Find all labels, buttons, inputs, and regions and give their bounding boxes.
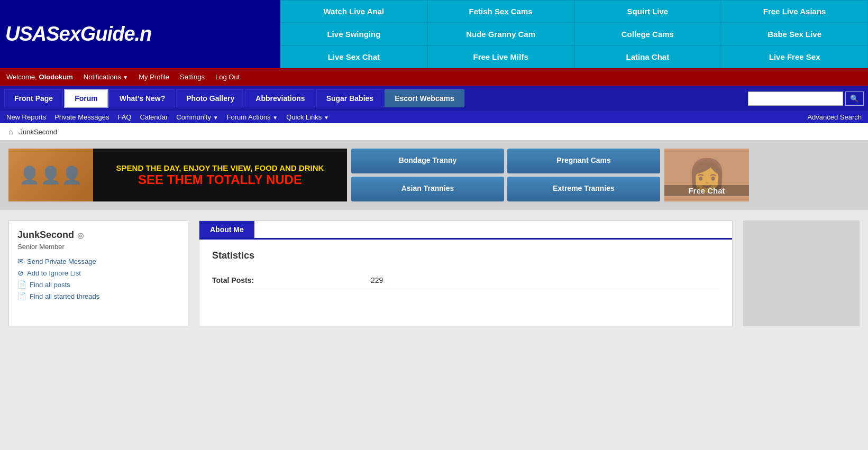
notifications-link[interactable]: Notifications ▼ — [79, 71, 132, 82]
top-links-grid: Watch Live Anal Fetish Sex Cams Squirt L… — [280, 0, 868, 68]
stats-section: Statistics Total Posts: 229 — [199, 240, 732, 300]
profile-username: JunkSecond — [17, 229, 74, 241]
quick-links-dropdown-arrow: ▼ — [324, 115, 329, 121]
top-link-squirt-live[interactable]: Squirt Live — [574, 0, 721, 23]
sub-nav-quick-links[interactable]: Quick Links ▼ — [286, 113, 329, 121]
nav-escort-webcams[interactable]: Escort Webcams — [385, 89, 464, 107]
tab-bar: About Me — [199, 221, 732, 240]
breadcrumb-page: JunkSecond — [19, 128, 57, 136]
profile-section: JunkSecond ◎ Senior Member ✉ Send Privat… — [0, 210, 868, 337]
profile-name: JunkSecond ◎ — [17, 229, 179, 241]
stats-label-total-posts: Total Posts: — [212, 276, 371, 284]
posts-icon: 📄 — [17, 280, 26, 289]
add-to-ignore-list-link[interactable]: ⊘ Add to Ignore List — [17, 269, 179, 277]
message-icon: ✉ — [17, 257, 24, 265]
banner-line2: SEE THEM TOTALLY NUDE — [138, 172, 302, 187]
top-link-live-free-sex[interactable]: Live Free Sex — [721, 45, 868, 68]
sub-nav-forum-actions[interactable]: Forum Actions ▼ — [227, 113, 278, 121]
tab-about-me[interactable]: About Me — [199, 221, 254, 238]
sub-nav-private-messages[interactable]: Private Messages — [54, 113, 109, 121]
log-out-link[interactable]: Log Out — [211, 71, 244, 82]
find-posts-label: Find all posts — [30, 281, 70, 289]
find-all-posts-link[interactable]: 📄 Find all posts — [17, 280, 179, 289]
top-link-free-live-asians[interactable]: Free Live Asians — [721, 0, 868, 23]
profile-main: About Me Statistics Total Posts: 229 — [199, 221, 733, 326]
find-all-threads-link[interactable]: 📄 Find all started threads — [17, 292, 179, 300]
right-ad-placeholder — [743, 221, 860, 326]
top-link-college-cams[interactable]: College Cams — [574, 23, 721, 45]
banner-lady-image[interactable]: 👩 Free Chat — [664, 149, 749, 201]
banner-link-extreme-trannies[interactable]: Extreme Trannies — [507, 177, 660, 201]
stats-value-total-posts: 229 — [371, 276, 383, 284]
free-chat-label: Free Chat — [664, 185, 749, 196]
send-private-message-link[interactable]: ✉ Send Private Message — [17, 257, 179, 265]
nav-search-area: 🔍 — [748, 91, 864, 106]
settings-link[interactable]: Settings — [176, 71, 209, 82]
nav-front-page[interactable]: Front Page — [4, 89, 63, 107]
banner-link-pregnant-cams[interactable]: Pregnant Cams — [507, 149, 660, 173]
top-link-babe-sex-live[interactable]: Babe Sex Live — [721, 23, 868, 45]
send-pm-label: Send Private Message — [27, 258, 96, 265]
profile-sidebar: JunkSecond ◎ Senior Member ✉ Send Privat… — [8, 221, 188, 326]
profile-rank: Senior Member — [17, 243, 179, 251]
search-input[interactable] — [748, 91, 843, 106]
community-dropdown-arrow: ▼ — [213, 115, 218, 121]
sub-nav: New Reports Private Messages FAQ Calenda… — [0, 111, 868, 123]
nav-photo-gallery[interactable]: Photo Gallery — [176, 89, 244, 107]
nav-whats-new[interactable]: What's New? — [109, 89, 176, 107]
threads-icon: 📄 — [17, 292, 26, 300]
top-link-watch-live-anal[interactable]: Watch Live Anal — [280, 0, 427, 23]
welcome-text: Welcome, — [6, 73, 37, 81]
banner-img-text: SPEND THE DAY, ENJOY THE VIEW, FOOD AND … — [93, 159, 347, 191]
nav-abbreviations[interactable]: Abbreviations — [245, 89, 315, 107]
banner-image[interactable]: 👤👤👤 SPEND THE DAY, ENJOY THE VIEW, FOOD … — [8, 149, 347, 201]
my-profile-link[interactable]: My Profile — [134, 71, 173, 82]
welcome-bar: Welcome, Olodokum Notifications ▼ My Pro… — [0, 68, 868, 86]
banner-line1: SPEND THE DAY, ENJOY THE VIEW, FOOD AND … — [116, 163, 324, 172]
ignore-icon: ⊘ — [17, 269, 24, 277]
site-logo[interactable]: USASexGuide.n — [5, 23, 151, 45]
banner-image-left: 👤👤👤 — [8, 149, 93, 201]
banner-link-bondage-tranny[interactable]: Bondage Tranny — [351, 149, 504, 173]
top-nav-bar: USASexGuide.n Watch Live Anal Fetish Sex… — [0, 0, 868, 68]
nav-sugar-babies[interactable]: Sugar Babies — [316, 89, 383, 107]
sub-nav-faq[interactable]: FAQ — [117, 113, 131, 121]
notifications-dropdown-arrow: ▼ — [123, 75, 128, 80]
profile-settings-icon[interactable]: ◎ — [77, 231, 84, 240]
forum-actions-dropdown-arrow: ▼ — [272, 115, 278, 121]
logo-area: USASexGuide.n — [0, 0, 280, 68]
find-threads-label: Find all started threads — [30, 292, 99, 300]
banner-links-grid: Bondage Tranny Pregnant Cams Asian Trann… — [351, 149, 660, 201]
banner-inner: 👤👤👤 SPEND THE DAY, ENJOY THE VIEW, FOOD … — [8, 149, 749, 201]
top-link-fetish-sex-cams[interactable]: Fetish Sex Cams — [427, 0, 574, 23]
username-label[interactable]: Olodokum — [39, 73, 73, 81]
sub-nav-new-reports[interactable]: New Reports — [6, 113, 46, 121]
breadcrumb: ⌂ JunkSecond — [0, 123, 868, 140]
advanced-search-link[interactable]: Advanced Search — [807, 113, 862, 121]
banner-link-asian-trannies[interactable]: Asian Trannies — [351, 177, 504, 201]
nav-forum[interactable]: Forum — [64, 89, 108, 108]
sub-nav-community[interactable]: Community ▼ — [176, 113, 218, 121]
top-link-free-live-milfs[interactable]: Free Live Milfs — [427, 45, 574, 68]
sub-nav-calendar[interactable]: Calendar — [140, 113, 168, 121]
profile-main-container: About Me Statistics Total Posts: 229 — [199, 221, 733, 326]
search-button[interactable]: 🔍 — [845, 91, 864, 106]
banner-area: 👤👤👤 SPEND THE DAY, ENJOY THE VIEW, FOOD … — [0, 140, 868, 210]
stats-row-total-posts: Total Posts: 229 — [212, 272, 719, 289]
home-icon[interactable]: ⌂ — [8, 127, 13, 136]
stats-title: Statistics — [212, 250, 719, 261]
main-nav: Front Page Forum What's New? Photo Galle… — [0, 86, 868, 111]
top-link-live-swinging[interactable]: Live Swinging — [280, 23, 427, 45]
top-link-live-sex-chat[interactable]: Live Sex Chat — [280, 45, 427, 68]
ignore-label: Add to Ignore List — [27, 269, 81, 277]
top-link-nude-granny-cam[interactable]: Nude Granny Cam — [427, 23, 574, 45]
top-link-latina-chat[interactable]: Latina Chat — [574, 45, 721, 68]
